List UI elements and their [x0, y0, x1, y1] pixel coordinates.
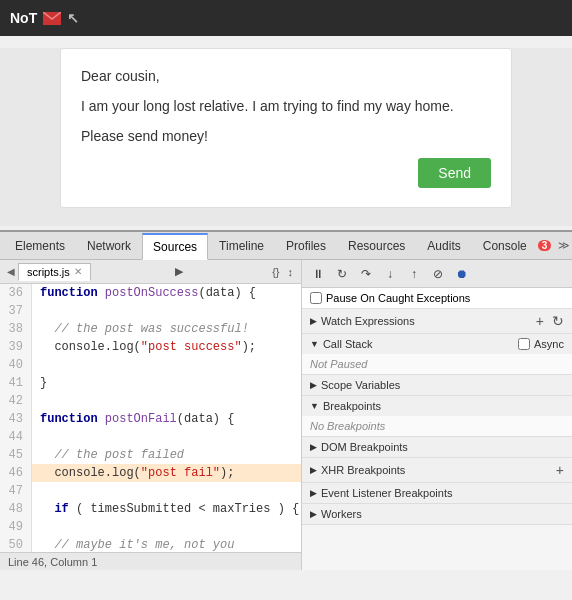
source-map-icon[interactable]: ↕	[283, 266, 297, 278]
code-line: 50 // maybe it's me, not you	[0, 536, 301, 552]
app-title-text: NoT	[10, 10, 37, 26]
file-tab[interactable]: scripts.js ✕	[18, 263, 91, 281]
watch-expressions-header[interactable]: ▶ Watch Expressions + ↻	[302, 309, 572, 333]
send-button[interactable]: Send	[418, 158, 491, 188]
file-format-icon[interactable]: {}	[268, 266, 283, 278]
code-line: 48 if ( timesSubmitted < maxTries ) {	[0, 500, 301, 518]
async-checkbox[interactable]	[518, 338, 530, 350]
event-listener-section: ▶ Event Listener Breakpoints	[302, 483, 572, 504]
line-content	[32, 302, 40, 320]
tab-audits[interactable]: Audits	[416, 232, 471, 259]
call-stack-arrow-icon: ▼	[310, 339, 319, 349]
tab-timeline[interactable]: Timeline	[208, 232, 275, 259]
add-watch-icon[interactable]: +	[536, 313, 544, 329]
event-listener-header[interactable]: ▶ Event Listener Breakpoints	[302, 483, 572, 503]
resume-btn[interactable]: ↻	[332, 264, 352, 284]
async-toggle: Async	[518, 338, 564, 350]
code-line: 46 console.log("post fail");	[0, 464, 301, 482]
debug-content: Pause On Caught Exceptions ▶ Watch Expre…	[302, 288, 572, 570]
line-number: 39	[0, 338, 32, 356]
xhr-breakpoints-label: XHR Breakpoints	[321, 464, 405, 476]
dom-arrow-icon: ▶	[310, 442, 317, 452]
line-number: 47	[0, 482, 32, 500]
line-content: function postOnFail(data) {	[32, 410, 234, 428]
devtools-body: ◀ scripts.js ✕ ▶ {} ↕ 36function postOnS…	[0, 260, 572, 570]
file-tab-close-icon[interactable]: ✕	[74, 266, 82, 277]
line-number: 48	[0, 500, 32, 518]
line-content: console.log("post fail");	[32, 464, 234, 482]
code-line: 37	[0, 302, 301, 320]
tab-console[interactable]: Console	[472, 232, 538, 259]
breakpoint-active-icon: ⏺	[452, 264, 472, 284]
line-number: 46	[0, 464, 32, 482]
code-line: 36function postOnSuccess(data) {	[0, 284, 301, 302]
file-tab-next[interactable]: ▶	[171, 265, 187, 278]
call-stack-label: Call Stack	[323, 338, 373, 350]
devtools-tab-icons: 3 ≫ ⚙ ▭ ✕	[538, 237, 572, 255]
debug-toolbar: ⏸ ↻ ↷ ↓ ↑ ⊘ ⏺	[302, 260, 572, 288]
scope-arrow-icon: ▶	[310, 380, 317, 390]
line-content: if ( timesSubmitted < maxTries ) {	[32, 500, 299, 518]
file-tab-prev[interactable]: ◀	[4, 266, 18, 277]
devtools-tabs: Elements Network Sources Timeline Profil…	[0, 232, 572, 260]
event-arrow-icon: ▶	[310, 488, 317, 498]
line-content: // the post failed	[32, 446, 184, 464]
line-number: 40	[0, 356, 32, 374]
app-bar: NoT ↖	[0, 0, 572, 36]
watch-arrow-icon: ▶	[310, 316, 317, 326]
code-line: 45 // the post failed	[0, 446, 301, 464]
tab-network[interactable]: Network	[76, 232, 142, 259]
add-xhr-icon[interactable]: +	[556, 462, 564, 478]
code-line: 39 console.log("post success");	[0, 338, 301, 356]
code-line: 49	[0, 518, 301, 536]
pause-caught-row: Pause On Caught Exceptions	[302, 288, 572, 309]
code-line: 47	[0, 482, 301, 500]
dom-breakpoints-label: DOM Breakpoints	[321, 441, 408, 453]
dom-breakpoints-section: ▶ DOM Breakpoints	[302, 437, 572, 458]
code-panel: ◀ scripts.js ✕ ▶ {} ↕ 36function postOnS…	[0, 260, 302, 570]
xhr-arrow-icon: ▶	[310, 465, 317, 475]
code-line: 42	[0, 392, 301, 410]
file-tab-bar: ◀ scripts.js ✕ ▶ {} ↕	[0, 260, 301, 284]
code-line: 43function postOnFail(data) {	[0, 410, 301, 428]
email-actions: Send	[81, 158, 491, 188]
workers-section: ▶ Workers	[302, 504, 572, 525]
pause-btn[interactable]: ⏸	[308, 264, 328, 284]
email-body: Dear cousin, I am your long lost relativ…	[81, 65, 491, 148]
step-into-btn[interactable]: ↓	[380, 264, 400, 284]
expand-icon[interactable]: ≫	[555, 237, 572, 255]
pause-caught-checkbox[interactable]	[310, 292, 322, 304]
not-paused-text: Not Paused	[302, 354, 572, 374]
dom-breakpoints-header[interactable]: ▶ DOM Breakpoints	[302, 437, 572, 457]
workers-arrow-icon: ▶	[310, 509, 317, 519]
email-line2: I am your long lost relative. I am tryin…	[81, 95, 491, 119]
step-over-btn[interactable]: ↷	[356, 264, 376, 284]
cursor: ↖	[67, 10, 79, 26]
breakpoints-label: Breakpoints	[323, 400, 381, 412]
line-number: 43	[0, 410, 32, 428]
tab-resources[interactable]: Resources	[337, 232, 416, 259]
line-number: 44	[0, 428, 32, 446]
scope-variables-label: Scope Variables	[321, 379, 400, 391]
breakpoints-header[interactable]: ▼ Breakpoints	[302, 396, 572, 416]
watch-expressions-section: ▶ Watch Expressions + ↻	[302, 309, 572, 334]
tab-profiles[interactable]: Profiles	[275, 232, 337, 259]
workers-header[interactable]: ▶ Workers	[302, 504, 572, 524]
code-line: 44	[0, 428, 301, 446]
refresh-watch-icon[interactable]: ↻	[552, 313, 564, 329]
tab-sources[interactable]: Sources	[142, 233, 208, 260]
code-area[interactable]: 36function postOnSuccess(data) {3738 // …	[0, 284, 301, 552]
deactivate-btn[interactable]: ⊘	[428, 264, 448, 284]
line-number: 49	[0, 518, 32, 536]
scope-variables-header[interactable]: ▶ Scope Variables	[302, 375, 572, 395]
event-listener-label: Event Listener Breakpoints	[321, 487, 452, 499]
xhr-breakpoints-header[interactable]: ▶ XHR Breakpoints +	[302, 458, 572, 482]
mail-icon	[43, 12, 61, 25]
code-line: 41}	[0, 374, 301, 392]
line-content	[32, 392, 40, 410]
call-stack-header[interactable]: ▼ Call Stack Async	[302, 334, 572, 354]
step-out-btn[interactable]: ↑	[404, 264, 424, 284]
file-tab-label: scripts.js	[27, 266, 70, 278]
line-number: 50	[0, 536, 32, 552]
tab-elements[interactable]: Elements	[4, 232, 76, 259]
